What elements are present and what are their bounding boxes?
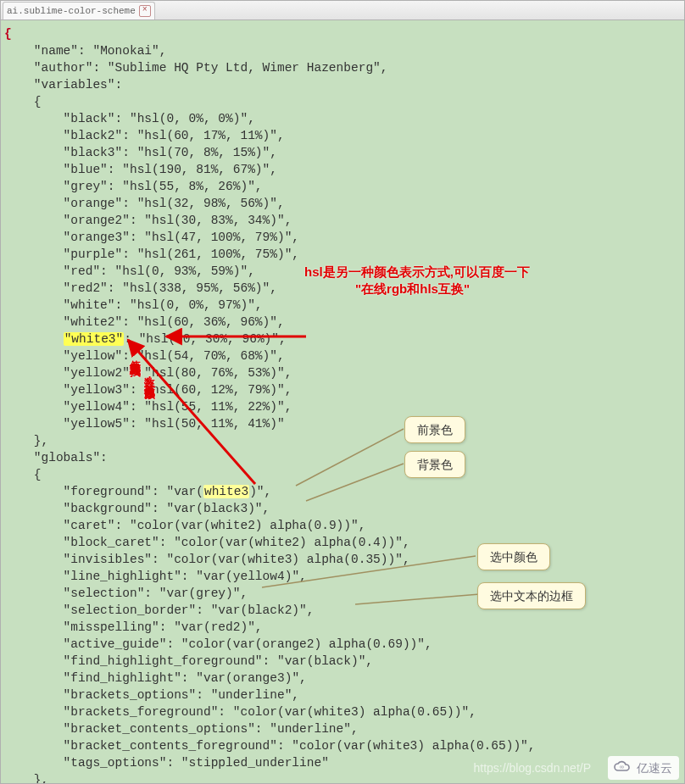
- close-icon[interactable]: ×: [139, 5, 151, 17]
- watermark-yisu: ∞ 亿速云: [608, 756, 679, 780]
- watermark-csdn: https://blog.csdn.net/P: [473, 759, 591, 776]
- callout-selection: 选中颜色: [477, 543, 550, 570]
- svg-text:∞: ∞: [620, 764, 624, 770]
- file-tab[interactable]: ai.sublime-color-scheme ×: [3, 2, 155, 19]
- annotation-hsl-note2: "在线rgb和hls互换": [355, 281, 470, 297]
- callout-background: 背景色: [404, 451, 465, 478]
- callout-selection-border: 选中文本的边框: [477, 582, 586, 609]
- annotation-hsl-note1: hsl是另一种颜色表示方式,可以百度一下: [304, 264, 530, 281]
- window: ai.sublime-color-scheme × { "name": "Mon…: [0, 0, 685, 784]
- tab-filename: ai.sublime-color-scheme: [7, 3, 136, 19]
- annotation-vert2: 参数,修改颜色值: [141, 370, 158, 381]
- callout-foreground: 前景色: [404, 416, 465, 443]
- code-editor[interactable]: { "name": "Monokai", "author": "Sublime …: [1, 20, 684, 783]
- cloud-icon: ∞: [613, 759, 632, 775]
- tab-bar: ai.sublime-color-scheme ×: [1, 1, 684, 20]
